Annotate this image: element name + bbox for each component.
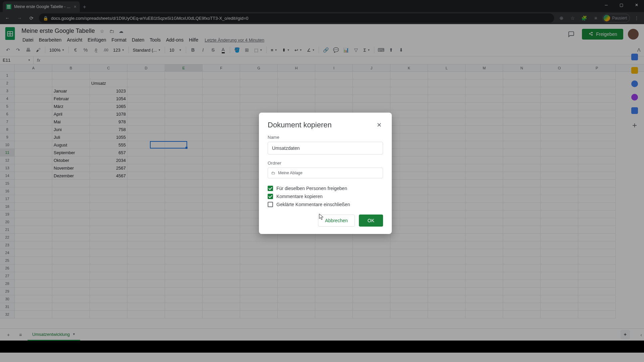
ok-button[interactable]: OK [359, 215, 383, 227]
name-label: Name [268, 135, 383, 140]
close-icon[interactable]: ✕ [375, 121, 383, 129]
name-input[interactable] [268, 142, 383, 155]
checkbox-icon [268, 194, 273, 199]
checkbox-share-same-people[interactable]: Für dieselben Personen freigeben [268, 186, 383, 191]
folder-label: Ordner [268, 161, 383, 166]
folder-icon: 🗀 [271, 171, 275, 175]
cancel-button[interactable]: Abbrechen [318, 215, 355, 227]
dialog-title: Dokument kopieren [268, 121, 375, 129]
checkbox-copy-comments[interactable]: Kommentare kopieren [268, 194, 383, 199]
checkbox-icon [268, 202, 273, 207]
checkbox-include-resolved[interactable]: Geklärte Kommentare einschließen [268, 202, 383, 207]
checkbox-icon [268, 186, 273, 191]
copy-document-dialog: Dokument kopieren ✕ Name Ordner 🗀 Meine … [259, 113, 392, 234]
folder-picker[interactable]: 🗀 Meine Ablage [268, 168, 383, 178]
